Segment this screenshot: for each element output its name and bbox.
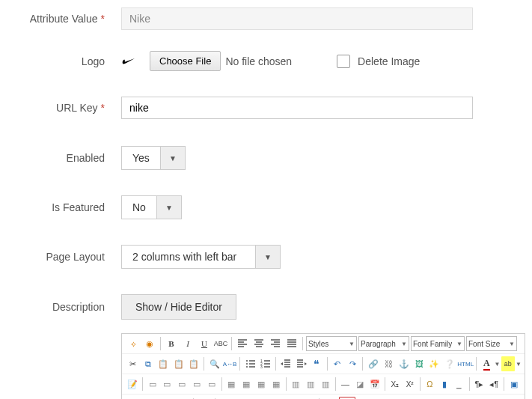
table-row-after-icon[interactable]: ▦ [254,377,268,392]
variable-icon[interactable]: ◉ [142,336,157,351]
fullscreen-icon[interactable]: ▣ [507,377,521,392]
chevron-down-icon: ▼ [160,147,185,169]
separator [142,377,143,391]
font-family-dropdown[interactable]: Font Family▼ [411,336,465,351]
table-icon[interactable]: ▦ [224,377,238,392]
paragraph-dropdown[interactable]: Paragraph▼ [358,336,409,351]
chevron-down-icon: ▼ [255,246,280,268]
background-color-icon[interactable]: ab [501,356,515,371]
svg-point-1 [246,363,248,365]
layer-forward-icon[interactable]: ▭ [190,377,204,392]
strikethrough-icon[interactable]: ABC [213,336,228,351]
replace-icon[interactable]: A↔B [223,356,237,371]
field-logo: Choose File No file chosen Delete Image [111,51,517,71]
redo-icon[interactable]: ↷ [346,356,359,371]
separator [327,357,328,371]
bullet-list-icon[interactable] [243,356,257,371]
separator [335,377,336,391]
row-is-featured: Is Featured No ▼ [15,195,517,219]
table-row-before-icon[interactable]: ▦ [239,377,253,392]
row-page-layout: Page Layout 2 columns with left bar ▼ [15,245,517,269]
enabled-select[interactable]: Yes ▼ [121,146,186,170]
separator [385,377,385,391]
hr-icon[interactable]: — [339,377,352,392]
align-center-icon[interactable] [251,336,266,351]
layer-icon[interactable]: ▭ [146,377,159,392]
ltr-icon[interactable]: ¶▸ [473,377,486,392]
underline-icon[interactable]: U [197,336,212,351]
table-delete-col-icon[interactable]: ▥ [319,377,332,392]
table-col-before-icon[interactable]: ▥ [289,377,302,392]
table-delete-row-icon[interactable]: ▦ [269,377,283,392]
find-icon[interactable]: 🔍 [207,356,221,371]
cut-icon[interactable]: ✂ [126,356,139,371]
separator [231,337,232,350]
layer-above-icon[interactable]: ▭ [160,377,174,392]
align-justify-icon[interactable] [284,336,299,351]
subscript-icon[interactable]: X₂ [388,377,402,392]
separator [420,377,421,391]
font-size-dropdown[interactable]: Font Size▼ [466,336,517,351]
chevron-down-icon[interactable]: ▼ [495,361,501,368]
paste-icon[interactable]: 📋 [156,356,170,371]
is-featured-select[interactable]: No ▼ [121,195,182,219]
field-attribute-value [111,7,517,30]
text-color-icon[interactable]: A [480,356,493,371]
image-icon[interactable]: 🖼 [412,356,426,371]
blockquote-icon[interactable]: ❝ [310,356,323,371]
delete-image-checkbox[interactable] [337,55,350,68]
page-layout-select-value: 2 columns with left bar [122,246,255,268]
link-icon[interactable]: 🔗 [366,356,379,371]
remove-format-icon[interactable]: ◪ [354,377,367,392]
url-key-input[interactable] [121,97,473,119]
copy-icon[interactable]: ⧉ [141,356,154,371]
widget-icon[interactable]: ⟡ [126,336,141,351]
pagebreak-icon[interactable]: ⎯ [453,377,466,392]
number-list-icon[interactable]: 123 [259,356,272,371]
superscript-icon[interactable]: X² [403,377,417,392]
italic-icon[interactable]: I [180,336,195,351]
label-enabled: Enabled [15,152,111,164]
table-col-after-icon[interactable]: ▥ [304,377,317,392]
font-size-dropdown-label: Font Size [468,340,500,348]
align-left-icon[interactable] [235,336,250,351]
paste-word-icon[interactable]: 📋 [187,356,201,371]
toolbar-row-3: 📝 ▭ ▭ ▭ ▭ ▭ ▦ ▦ ▦ ▦ ▥ ▥ ▥ — ◪ 📅 X₂ X² Ω … [122,374,525,395]
outdent-icon[interactable] [279,356,293,371]
anchor-icon[interactable]: ⚓ [397,356,410,371]
bold-icon[interactable]: B [164,336,179,351]
media-icon[interactable]: ▮ [438,377,451,392]
align-right-icon[interactable] [268,336,283,351]
new-document-icon[interactable]: 📝 [126,377,139,392]
field-url-key [111,97,517,119]
indent-icon[interactable] [295,356,308,371]
show-hide-editor-button[interactable]: Show / Hide Editor [121,294,236,320]
label-attribute-value-text: Attribute Value [30,13,98,25]
layer-back-icon[interactable]: ▭ [205,377,218,392]
choose-file-button[interactable]: Choose File [150,51,221,71]
help-icon[interactable]: ❔ [443,356,456,371]
chevron-down-icon[interactable]: ▼ [516,361,522,368]
paste-text-icon[interactable]: 📋 [171,356,185,371]
undo-icon[interactable]: ↶ [331,356,344,371]
date-icon[interactable]: 📅 [368,377,382,392]
separator [239,357,240,371]
svg-point-0 [246,360,248,362]
unlink-icon[interactable]: ⛓ [382,356,395,371]
layer-below-icon[interactable]: ▭ [175,377,189,392]
chevron-down-icon: ▼ [509,341,515,347]
chevron-down-icon: ▼ [401,341,407,347]
styles-dropdown[interactable]: Styles▼ [306,336,357,351]
label-logo-text: Logo [82,55,105,67]
cleanup-icon[interactable]: ✨ [427,356,441,371]
label-url-key-text: URL Key [56,102,98,114]
wysiwyg-editor: ⟡ ◉ B I U ABC Styles▼ Paragraph▼ Font Fa… [121,333,525,399]
page-layout-select[interactable]: 2 columns with left bar ▼ [121,245,281,269]
special-char-icon[interactable]: Ω [423,377,436,392]
field-description: Show / Hide Editor [111,294,517,320]
svg-text:3: 3 [260,365,263,369]
delete-image-wrap: Delete Image [337,55,420,68]
html-source-button[interactable]: HTML [458,356,473,371]
rtl-icon[interactable]: ◂¶ [487,377,501,392]
svg-point-2 [246,366,248,368]
